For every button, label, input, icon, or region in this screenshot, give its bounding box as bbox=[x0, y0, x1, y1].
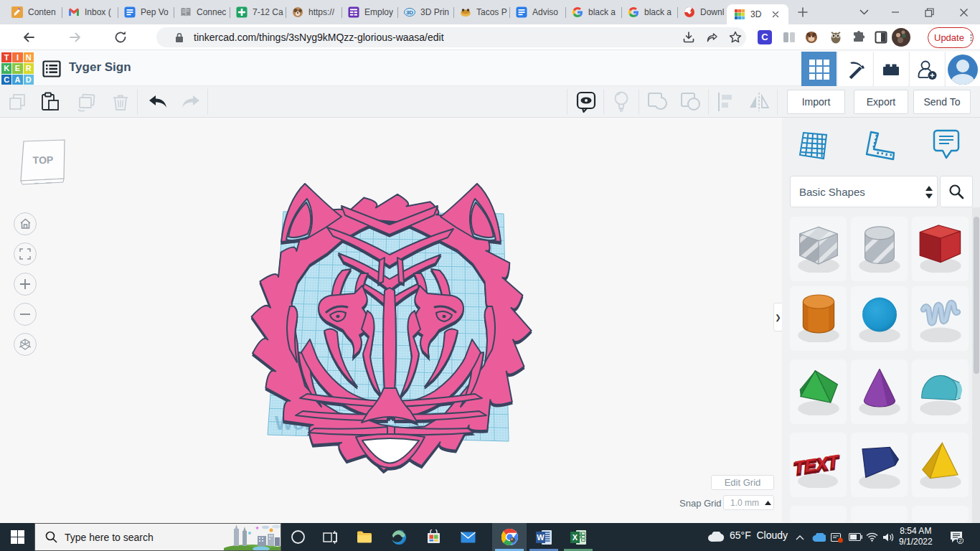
svg-text:3D: 3D bbox=[406, 9, 413, 16]
svg-text:TEXT: TEXT bbox=[793, 451, 839, 478]
svg-text:X: X bbox=[572, 533, 578, 542]
svg-text:TOP: TOP bbox=[33, 154, 54, 166]
svg-text:W: W bbox=[537, 533, 545, 542]
svg-text:2: 2 bbox=[958, 537, 962, 544]
